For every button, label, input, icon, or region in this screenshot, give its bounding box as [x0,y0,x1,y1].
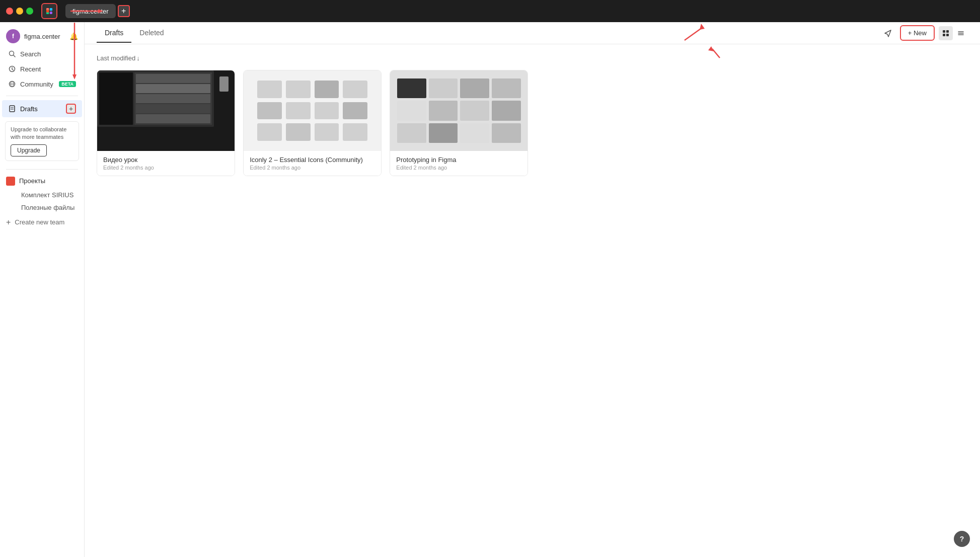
maximize-traffic-light[interactable] [26,8,33,15]
file-card-video[interactable]: Видео урок Edited 2 months ago [97,70,235,176]
proto-cell [460,101,489,120]
icon-grid [257,81,367,141]
file-meta: Edited 2 months ago [103,165,229,171]
icon-cell [343,123,367,141]
file-name: Iconly 2 – Essential Icons (Community) [250,156,375,164]
sidebar-item-drafts[interactable]: Drafts + [2,100,82,117]
help-button[interactable]: ? [954,531,970,547]
search-label: Search [20,50,76,58]
figma-logo-button[interactable] [41,3,57,19]
drafts-add-button[interactable]: + [66,104,76,114]
sidebar-item-komplekg[interactable]: Комплект SIRIUS [0,189,84,201]
tab-drafts[interactable]: Drafts [97,24,131,43]
sidebar-item-community[interactable]: Community Beta [2,76,82,92]
username-label: figma.center [24,33,65,40]
proto-cell [492,123,521,143]
icon-cell [286,123,311,141]
proto-cell [460,123,489,143]
file-info-proto: Prototyping in Figma Edited 2 months ago [390,151,527,176]
community-icon [8,80,16,88]
file-thumbnail-proto [390,70,527,151]
icon-cell [286,81,311,98]
proto-cell [397,101,426,120]
avatar: f [6,29,20,43]
proto-cell [492,78,521,98]
content-body: Last modified ↓ [85,44,980,557]
sidebar: f figma.center 🔔 Search Recent [0,22,85,557]
sidebar-user[interactable]: f figma.center 🔔 [0,26,84,46]
svg-rect-4 [46,10,49,12]
sidebar-divider [6,96,78,96]
beta-badge: Beta [59,81,76,87]
file-meta: Edited 2 months ago [250,165,375,171]
file-card-proto[interactable]: Prototyping in Figma Edited 2 months ago [390,70,528,176]
grid-view-button[interactable] [939,26,953,40]
file-meta: Edited 2 months ago [396,165,521,171]
svg-line-6 [14,55,16,57]
upgrade-button[interactable]: Upgrade [11,144,47,156]
plus-icon: + [6,218,11,227]
browser-tab[interactable]: figma.center [65,4,116,18]
sort-label-text: Last modified [97,54,135,62]
recent-icon [8,65,16,73]
thumb-sidebar [99,72,133,125]
sidebar-item-recent[interactable]: Recent [2,61,82,76]
search-icon [8,50,16,58]
content-area: Drafts Deleted + New [85,22,980,557]
file-name: Prototyping in Figma [396,156,521,164]
notification-bell-icon[interactable]: 🔔 [69,32,78,40]
upgrade-text: Upgrade to collaborate with more teammat… [11,126,73,141]
icon-cell [343,81,367,98]
sidebar-item-search[interactable]: Search [2,46,82,61]
community-label: Community [20,81,55,88]
content-header: Drafts Deleted + New [85,22,980,44]
icon-cell [315,81,339,98]
proto-cell [429,78,458,98]
sort-label[interactable]: Last modified ↓ [97,54,140,62]
svg-rect-17 [946,30,949,33]
svg-rect-19 [946,34,949,36]
icon-cell [315,102,339,120]
tab-deleted[interactable]: Deleted [131,24,172,43]
new-button[interactable]: + New [900,25,935,41]
close-traffic-light[interactable] [6,8,13,15]
create-team-label: Create new team [15,218,64,226]
files-grid: Видео урок Edited 2 months ago [97,70,968,176]
file-info-iconly: Iconly 2 – Essential Icons (Community) E… [244,151,381,176]
svg-line-9 [12,69,14,70]
icon-cell [286,102,311,120]
sidebar-team[interactable]: Проекты [0,174,84,189]
sidebar-item-poleznye[interactable]: Полезные файлы [0,201,84,214]
iconly-thumb-content [244,70,381,151]
team-name: Проекты [19,177,45,185]
file-name: Видео урок [103,156,229,164]
drafts-label: Drafts [20,105,62,113]
proto-cell [397,123,426,143]
thumb-row-5 [136,114,210,123]
icon-cell [315,123,339,141]
tab-bar: figma.center + [65,4,974,18]
thumb-row-2 [136,84,210,93]
file-thumbnail-video [97,70,235,151]
top-bar: figma.center + [0,0,980,22]
recent-label: Recent [20,65,76,73]
proto-grid [397,78,521,143]
new-tab-button[interactable]: + [118,5,130,17]
share-button[interactable] [880,25,896,41]
file-thumbnail-iconly [244,70,381,151]
list-view-button[interactable] [954,26,968,40]
file-card-iconly[interactable]: Iconly 2 – Essential Icons (Community) E… [243,70,382,176]
proto-thumb-content [390,70,527,151]
icon-cell [343,102,367,120]
sort-arrow-icon: ↓ [136,54,140,62]
svg-rect-1 [50,8,52,11]
sidebar-divider-2 [6,169,78,170]
proto-cell [429,123,458,143]
thumb-row-4 [136,104,210,113]
minimize-traffic-light[interactable] [16,8,23,15]
svg-rect-18 [943,34,945,36]
create-team-button[interactable]: + Create new team [0,214,84,231]
video-thumb-content [97,70,214,127]
drafts-icon [8,105,16,113]
proto-cell [397,78,426,98]
